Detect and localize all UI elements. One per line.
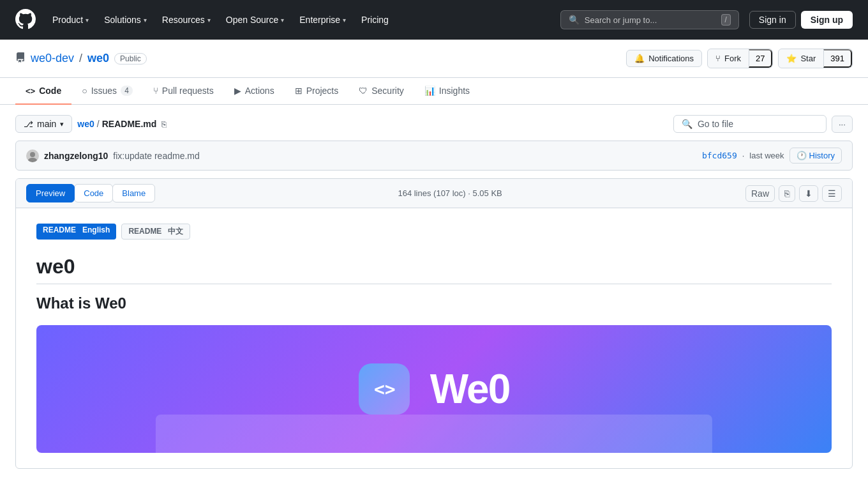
github-logo[interactable] [15,9,36,31]
nav-solutions[interactable]: Solutions ▾ [98,11,153,29]
copy-content-button[interactable]: ⎘ [779,185,795,202]
tab-code[interactable]: <> Code [15,78,71,105]
signup-button[interactable]: Sign up [801,11,853,29]
nav-product[interactable]: Product ▾ [46,11,95,29]
commit-message: fix:update readme.md [113,151,199,161]
tab-preview[interactable]: Preview [26,184,75,202]
chevron-down-icon: ▾ [343,17,346,24]
commit-meta: bfcd659 · last week 🕐 History [702,148,842,164]
tab-security[interactable]: 🛡 Security [348,78,414,105]
outline-button[interactable]: ☰ [822,185,842,202]
search-icon: 🔍 [682,119,692,129]
star-count[interactable]: 391 [823,49,852,68]
breadcrumb-root[interactable]: we0 [77,119,94,129]
star-icon: ⭐ [786,54,797,63]
branch-icon: ⎇ [24,119,33,129]
author-avatar [26,149,39,162]
code-icon: <> [26,86,35,96]
search-icon: 🔍 [569,15,580,25]
main-nav: Product ▾ Solutions ▾ Resources ▾ Open S… [46,11,395,29]
goto-file-input[interactable]: 🔍 Go to file [673,115,827,133]
file-view-header: Preview Code Blame 164 lines (107 loc) ·… [16,179,852,208]
visibility-badge: Public [114,53,147,65]
readme-banner: <> We0 [36,325,832,453]
file-meta: 164 lines (107 loc) · 5.05 KB [398,188,502,198]
svg-point-0 [30,152,35,157]
projects-icon: ⊞ [295,86,303,96]
header-actions: Sign in Sign up [749,11,853,29]
tab-actions[interactable]: ▶ Actions [224,78,285,105]
fork-button[interactable]: ⑂ Fork [708,49,749,68]
readme-badge-chinese[interactable]: README 中文 [121,224,190,240]
nav-open-source[interactable]: Open Source ▾ [220,11,291,29]
commit-hash[interactable]: bfcd659 [702,151,737,160]
svg-text:<>: <> [374,379,396,400]
chevron-down-icon: ▾ [281,17,284,24]
readme-section-title: What is We0 [36,294,832,315]
repo-icon [15,52,26,65]
bell-icon: 🔔 [634,54,645,63]
more-options-button[interactable]: ··· [832,116,853,133]
svg-point-1 [28,158,37,162]
fork-icon: ⑂ [715,54,721,63]
file-browser: ⎇ main ▾ we0 / README.md ⎘ 🔍 Go to file … [0,105,868,479]
fork-count[interactable]: 27 [749,49,772,68]
star-button[interactable]: ⭐ Star [779,49,823,68]
search-bar[interactable]: 🔍 Search or jump to... / [560,10,739,29]
file-actions: Raw ⎘ ⬇ ☰ [745,185,842,202]
file-toolbar: ⎇ main ▾ we0 / README.md ⎘ 🔍 Go to file … [15,115,853,133]
readme-title: we0 [36,255,832,284]
commit-row: zhangzelong10 fix:update readme.md bfcd6… [15,141,853,171]
we0-logo-icon: <> [359,363,410,415]
repo-owner[interactable]: we0-dev [31,52,74,65]
repo-name[interactable]: we0 [87,52,109,65]
readme-badges: README English README 中文 [36,224,832,240]
breadcrumb-separator: / [97,119,100,129]
download-button[interactable]: ⬇ [799,185,818,202]
fork-group: ⑂ Fork 27 [707,49,773,68]
repo-title: we0-dev / we0 Public [15,52,147,65]
breadcrumb-file: README.md [102,119,157,129]
site-header: Product ▾ Solutions ▾ Resources ▾ Open S… [0,0,868,40]
chevron-down-icon: ▾ [86,17,89,24]
commit-dot: · [742,151,745,160]
notifications-button[interactable]: 🔔 Notifications [626,50,702,67]
chevron-down-icon: ▾ [144,17,147,24]
chevron-down-icon: ▾ [60,120,64,128]
chevron-down-icon: ▾ [207,17,211,24]
commit-time: last week [749,151,784,160]
we0-banner-text: We0 [430,365,509,413]
breadcrumb: we0 / README.md ⎘ [77,119,167,129]
readme-content: README English README 中文 we0 What is We0 [16,208,852,468]
star-group: ⭐ Star 391 [778,49,853,68]
actions-icon: ▶ [234,86,241,96]
repo-actions: 🔔 Notifications ⑂ Fork 27 ⭐ Star 391 [626,49,853,68]
tab-issues[interactable]: ○ Issues 4 [71,78,143,105]
tab-blame[interactable]: Blame [112,184,155,202]
tab-pull-requests[interactable]: ⑂ Pull requests [143,78,224,105]
raw-button[interactable]: Raw [745,185,775,202]
readme-badge-english[interactable]: README English [36,224,116,240]
issues-icon: ○ [82,86,87,96]
copy-path-button[interactable]: ⎘ [161,119,167,129]
commit-author[interactable]: zhangzelong10 [44,151,108,161]
repo-header: we0-dev / we0 Public 🔔 Notifications ⑂ F… [0,40,868,78]
history-button[interactable]: 🕐 History [789,148,842,164]
tab-projects[interactable]: ⊞ Projects [285,78,349,105]
pr-icon: ⑂ [153,86,158,96]
repo-tabs: <> Code ○ Issues 4 ⑂ Pull requests ▶ Act… [0,78,868,105]
nav-enterprise[interactable]: Enterprise ▾ [293,11,352,29]
tab-code[interactable]: Code [74,184,113,202]
insights-icon: 📊 [424,86,435,96]
tab-insights[interactable]: 📊 Insights [414,78,480,105]
history-icon: 🕐 [797,151,807,160]
repo-separator: / [79,52,82,65]
file-view-tabs: Preview Code Blame [26,184,154,202]
branch-selector[interactable]: ⎇ main ▾ [15,115,72,133]
commit-info: zhangzelong10 fix:update readme.md [26,149,200,162]
signin-button[interactable]: Sign in [749,11,796,29]
security-icon: 🛡 [359,86,368,96]
nav-pricing[interactable]: Pricing [355,11,395,29]
file-view: Preview Code Blame 164 lines (107 loc) ·… [15,178,853,469]
nav-resources[interactable]: Resources ▾ [156,11,217,29]
